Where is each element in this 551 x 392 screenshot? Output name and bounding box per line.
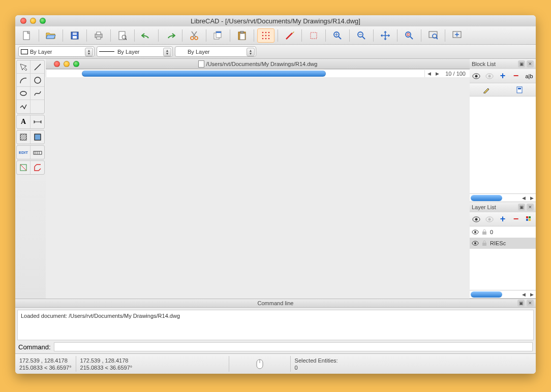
- scroll-right-button[interactable]: ▶: [528, 194, 536, 202]
- undo-button[interactable]: [138, 28, 155, 43]
- arc-tool[interactable]: [17, 74, 30, 87]
- layer-panel-scrollbar[interactable]: ◀ ▶: [470, 290, 536, 298]
- copy-button[interactable]: [209, 28, 227, 43]
- block-edit-button[interactable]: [470, 83, 503, 96]
- layer-row[interactable]: 0: [470, 226, 536, 238]
- select-tool[interactable]: [17, 60, 30, 74]
- image-tool[interactable]: [30, 130, 44, 144]
- close-window-button[interactable]: [20, 18, 26, 24]
- block-list-body[interactable]: [470, 96, 536, 193]
- minimize-window-button[interactable]: [30, 18, 36, 24]
- svg-rect-18: [240, 34, 245, 40]
- close-panel-icon[interactable]: ✕: [527, 300, 534, 307]
- text-tool[interactable]: A: [17, 115, 30, 128]
- layer-h-scroll-thumb[interactable]: [471, 291, 502, 298]
- layer-color-combo[interactable]: By Layer ▲▼: [18, 46, 95, 57]
- circle-tool[interactable]: [30, 74, 44, 87]
- layer-showall-icon[interactable]: [470, 212, 483, 226]
- status-bar: 172.539 , 128.4178 215.0833 < 36.6597° 1…: [15, 353, 536, 374]
- modify-tool[interactable]: EDIT: [17, 146, 30, 159]
- layer-add-button[interactable]: +: [496, 212, 509, 226]
- svg-line-9: [126, 39, 127, 40]
- command-input[interactable]: [54, 342, 533, 351]
- svg-line-36: [362, 37, 365, 39]
- scroll-right-button[interactable]: ▶: [528, 291, 536, 298]
- zoom-out-button[interactable]: [353, 28, 370, 43]
- close-doc-button[interactable]: [54, 61, 60, 67]
- svg-line-41: [410, 37, 413, 39]
- command-history[interactable]: Loaded document: /Users/rvt/Documents/My…: [17, 310, 534, 340]
- color-swatch-icon: [21, 49, 28, 54]
- close-panel-icon[interactable]: ✕: [527, 60, 534, 68]
- svg-rect-83: [529, 219, 531, 221]
- mouse-hint: [229, 354, 290, 374]
- ellipse-tool[interactable]: [17, 87, 30, 100]
- cut-button[interactable]: [186, 28, 203, 43]
- linetype-combo[interactable]: By Layer ▲▼: [175, 46, 256, 57]
- scroll-left-button[interactable]: ◀: [519, 291, 528, 298]
- hatch-tool[interactable]: [17, 130, 30, 144]
- layer-list-body[interactable]: 0 RIESc: [470, 226, 536, 290]
- layer-hideall-icon[interactable]: [483, 212, 496, 226]
- minimize-doc-button[interactable]: [64, 61, 70, 67]
- block-insert-button[interactable]: [503, 83, 536, 96]
- svg-rect-89: [482, 243, 486, 246]
- layer-name: RIESc: [490, 240, 506, 246]
- close-panel-icon[interactable]: ✕: [527, 204, 534, 211]
- svg-rect-56: [35, 134, 41, 140]
- block-add-button[interactable]: +: [496, 69, 509, 83]
- line-tool[interactable]: [30, 60, 44, 74]
- svg-line-55: [24, 138, 26, 140]
- svg-rect-16: [216, 31, 221, 33]
- scroll-left-button[interactable]: ◀: [519, 194, 528, 202]
- undock-icon[interactable]: ▣: [518, 60, 525, 68]
- block-visible-icon[interactable]: [470, 69, 483, 83]
- draft-mode-button[interactable]: [281, 28, 298, 43]
- grid-toggle-button[interactable]: [257, 28, 274, 43]
- print-preview-button[interactable]: [114, 28, 131, 43]
- paste-button[interactable]: [233, 28, 251, 43]
- print-button[interactable]: [90, 28, 107, 43]
- h-scroll-track[interactable]: [46, 70, 425, 77]
- block-rename-button[interactable]: a|b: [523, 69, 536, 83]
- scroll-left-button[interactable]: ◀: [425, 70, 433, 77]
- zoom-redraw-button[interactable]: [305, 28, 322, 43]
- open-file-button[interactable]: [42, 28, 59, 43]
- combo-label: By Layer: [177, 49, 209, 55]
- save-file-button[interactable]: [66, 28, 83, 43]
- h-scroll-thumb[interactable]: [82, 71, 326, 77]
- spline-tool[interactable]: [30, 87, 44, 100]
- block-remove-button[interactable]: −: [509, 69, 523, 83]
- svg-line-54: [22, 136, 26, 140]
- zoom-doc-button[interactable]: [73, 61, 79, 67]
- svg-rect-19: [240, 31, 243, 33]
- block-panel-scrollbar[interactable]: ◀ ▶: [470, 193, 536, 202]
- zoom-in-button[interactable]: [329, 28, 346, 43]
- block-tool[interactable]: [30, 161, 44, 174]
- block-hidden-icon[interactable]: [483, 69, 496, 83]
- combo-label: By Layer: [30, 49, 52, 55]
- pan-button[interactable]: [377, 28, 394, 43]
- zoom-previous-button[interactable]: [448, 28, 466, 43]
- block-h-scroll-thumb[interactable]: [471, 195, 502, 201]
- horizontal-scrollbar[interactable]: ◀ ▶ 10 / 100: [46, 69, 470, 77]
- text-group: A: [16, 115, 45, 129]
- layer-row[interactable]: RIESc: [470, 238, 536, 249]
- zoom-window-button[interactable]: [40, 18, 46, 24]
- snap-tool[interactable]: [30, 146, 44, 159]
- layer-edit-button[interactable]: [523, 212, 536, 226]
- undock-icon[interactable]: ▣: [518, 204, 525, 211]
- polyline-tool[interactable]: [17, 100, 30, 113]
- dimension-tool[interactable]: [30, 115, 44, 128]
- redo-button[interactable]: [162, 28, 179, 43]
- zoom-window-tool-button[interactable]: [424, 28, 442, 43]
- modify-group: EDIT: [16, 145, 45, 159]
- undock-icon[interactable]: ▣: [517, 300, 525, 307]
- info-tool[interactable]: [17, 161, 30, 174]
- new-file-button[interactable]: [18, 28, 36, 43]
- linewidth-combo[interactable]: By Layer ▲▼: [97, 46, 173, 57]
- svg-rect-5: [97, 32, 101, 35]
- zoom-auto-button[interactable]: [401, 28, 418, 43]
- layer-remove-button[interactable]: −: [509, 212, 523, 226]
- scroll-right-button[interactable]: ▶: [433, 70, 441, 77]
